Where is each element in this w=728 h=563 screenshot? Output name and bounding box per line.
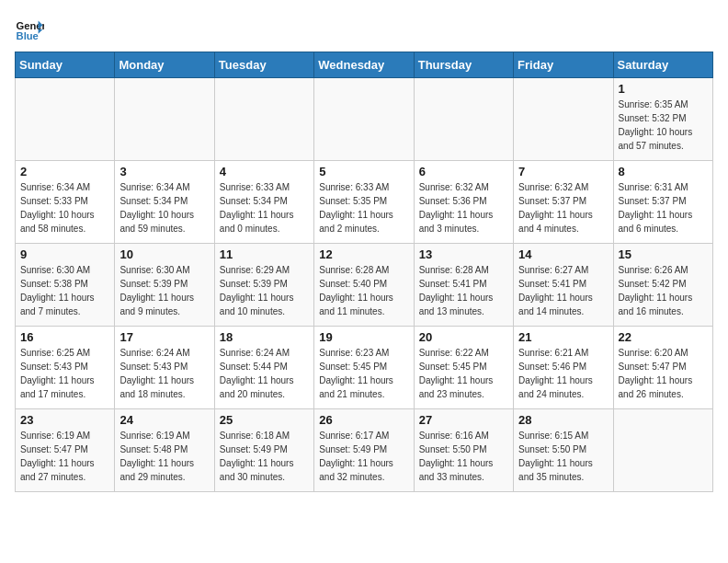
day-info: Sunrise: 6:16 AM Sunset: 5:50 PM Dayligh…: [419, 429, 508, 484]
day-number: 13: [419, 247, 508, 261]
day-number: 23: [20, 413, 109, 427]
calendar-cell: 25Sunrise: 6:18 AM Sunset: 5:49 PM Dayli…: [214, 409, 313, 492]
calendar-cell: [115, 78, 214, 161]
calendar-cell: 24Sunrise: 6:19 AM Sunset: 5:48 PM Dayli…: [115, 409, 214, 492]
day-number: 26: [319, 413, 408, 427]
calendar-cell: 11Sunrise: 6:29 AM Sunset: 5:39 PM Dayli…: [214, 244, 313, 327]
calendar-cell: 4Sunrise: 6:33 AM Sunset: 5:34 PM Daylig…: [214, 161, 313, 244]
day-info: Sunrise: 6:34 AM Sunset: 5:33 PM Dayligh…: [20, 180, 109, 236]
calendar-week-row: 16Sunrise: 6:25 AM Sunset: 5:43 PM Dayli…: [16, 327, 713, 409]
day-number: 18: [220, 330, 309, 344]
day-info: Sunrise: 6:22 AM Sunset: 5:45 PM Dayligh…: [419, 346, 508, 401]
day-number: 11: [220, 247, 309, 261]
day-number: 16: [20, 330, 109, 344]
calendar-cell: 18Sunrise: 6:24 AM Sunset: 5:44 PM Dayli…: [214, 327, 313, 409]
calendar-day-header: Thursday: [414, 52, 513, 78]
calendar-cell: 1Sunrise: 6:35 AM Sunset: 5:32 PM Daylig…: [613, 78, 712, 161]
day-info: Sunrise: 6:17 AM Sunset: 5:49 PM Dayligh…: [319, 429, 408, 484]
calendar-cell: 28Sunrise: 6:15 AM Sunset: 5:50 PM Dayli…: [514, 409, 613, 492]
calendar-cell: 3Sunrise: 6:34 AM Sunset: 5:34 PM Daylig…: [115, 161, 214, 244]
calendar-header: SundayMondayTuesdayWednesdayThursdayFrid…: [16, 52, 713, 78]
day-number: 9: [20, 247, 109, 261]
day-number: 15: [619, 247, 708, 261]
day-info: Sunrise: 6:33 AM Sunset: 5:34 PM Dayligh…: [220, 180, 309, 236]
day-info: Sunrise: 6:32 AM Sunset: 5:36 PM Dayligh…: [419, 180, 508, 236]
calendar-week-row: 1Sunrise: 6:35 AM Sunset: 5:32 PM Daylig…: [16, 78, 713, 161]
calendar-day-header: Tuesday: [214, 52, 313, 78]
calendar-cell: [613, 409, 712, 492]
day-number: 20: [419, 330, 508, 344]
day-info: Sunrise: 6:29 AM Sunset: 5:39 PM Dayligh…: [220, 263, 309, 318]
day-number: 14: [518, 247, 608, 261]
calendar-day-header: Monday: [115, 52, 214, 78]
day-info: Sunrise: 6:33 AM Sunset: 5:35 PM Dayligh…: [319, 180, 408, 236]
day-info: Sunrise: 6:27 AM Sunset: 5:41 PM Dayligh…: [518, 263, 608, 318]
day-number: 2: [20, 165, 109, 178]
day-info: Sunrise: 6:19 AM Sunset: 5:47 PM Dayligh…: [20, 429, 109, 484]
calendar-cell: 21Sunrise: 6:21 AM Sunset: 5:46 PM Dayli…: [514, 327, 613, 409]
calendar-cell: [214, 78, 313, 161]
calendar-cell: 22Sunrise: 6:20 AM Sunset: 5:47 PM Dayli…: [613, 327, 712, 409]
calendar-cell: 27Sunrise: 6:16 AM Sunset: 5:50 PM Dayli…: [414, 409, 513, 492]
calendar-cell: 12Sunrise: 6:28 AM Sunset: 5:40 PM Dayli…: [314, 244, 414, 327]
day-number: 10: [119, 247, 209, 261]
calendar-cell: 7Sunrise: 6:32 AM Sunset: 5:37 PM Daylig…: [514, 161, 613, 244]
day-info: Sunrise: 6:23 AM Sunset: 5:45 PM Dayligh…: [319, 346, 408, 401]
day-number: 5: [319, 165, 408, 178]
day-info: Sunrise: 6:24 AM Sunset: 5:43 PM Dayligh…: [119, 346, 209, 401]
day-info: Sunrise: 6:20 AM Sunset: 5:47 PM Dayligh…: [619, 346, 708, 401]
day-number: 1: [619, 82, 708, 96]
calendar-cell: [414, 78, 513, 161]
svg-text:Blue: Blue: [17, 30, 39, 41]
calendar-cell: 16Sunrise: 6:25 AM Sunset: 5:43 PM Dayli…: [16, 327, 115, 409]
calendar-cell: 14Sunrise: 6:27 AM Sunset: 5:41 PM Dayli…: [514, 244, 613, 327]
day-info: Sunrise: 6:26 AM Sunset: 5:42 PM Dayligh…: [619, 263, 708, 318]
calendar-day-header: Saturday: [613, 52, 712, 78]
day-number: 19: [319, 330, 408, 344]
calendar-cell: 20Sunrise: 6:22 AM Sunset: 5:45 PM Dayli…: [414, 327, 513, 409]
calendar-cell: [514, 78, 613, 161]
day-number: 8: [619, 165, 708, 178]
day-info: Sunrise: 6:28 AM Sunset: 5:41 PM Dayligh…: [419, 263, 508, 318]
day-number: 6: [419, 165, 508, 178]
day-info: Sunrise: 6:21 AM Sunset: 5:46 PM Dayligh…: [518, 346, 608, 401]
calendar-cell: 6Sunrise: 6:32 AM Sunset: 5:36 PM Daylig…: [414, 161, 513, 244]
calendar-week-row: 23Sunrise: 6:19 AM Sunset: 5:47 PM Dayli…: [16, 409, 713, 492]
day-info: Sunrise: 6:28 AM Sunset: 5:40 PM Dayligh…: [319, 263, 408, 318]
day-number: 27: [419, 413, 508, 427]
day-info: Sunrise: 6:35 AM Sunset: 5:32 PM Dayligh…: [619, 98, 708, 153]
day-info: Sunrise: 6:15 AM Sunset: 5:50 PM Dayligh…: [518, 429, 608, 484]
calendar-cell: 15Sunrise: 6:26 AM Sunset: 5:42 PM Dayli…: [613, 244, 712, 327]
logo-icon: General Blue: [15, 15, 44, 44]
calendar-cell: [16, 78, 115, 161]
calendar-cell: 9Sunrise: 6:30 AM Sunset: 5:38 PM Daylig…: [16, 244, 115, 327]
day-number: 24: [119, 413, 209, 427]
day-info: Sunrise: 6:30 AM Sunset: 5:39 PM Dayligh…: [119, 263, 209, 318]
day-number: 28: [518, 413, 608, 427]
calendar-week-row: 2Sunrise: 6:34 AM Sunset: 5:33 PM Daylig…: [16, 161, 713, 244]
calendar-cell: 8Sunrise: 6:31 AM Sunset: 5:37 PM Daylig…: [613, 161, 712, 244]
day-number: 25: [220, 413, 309, 427]
calendar-cell: 23Sunrise: 6:19 AM Sunset: 5:47 PM Dayli…: [16, 409, 115, 492]
day-number: 12: [319, 247, 408, 261]
calendar-day-header: Friday: [514, 52, 613, 78]
day-info: Sunrise: 6:31 AM Sunset: 5:37 PM Dayligh…: [619, 180, 708, 236]
calendar-cell: 10Sunrise: 6:30 AM Sunset: 5:39 PM Dayli…: [115, 244, 214, 327]
calendar-cell: 19Sunrise: 6:23 AM Sunset: 5:45 PM Dayli…: [314, 327, 414, 409]
day-number: 22: [619, 330, 708, 344]
day-info: Sunrise: 6:32 AM Sunset: 5:37 PM Dayligh…: [518, 180, 608, 236]
calendar-cell: 2Sunrise: 6:34 AM Sunset: 5:33 PM Daylig…: [16, 161, 115, 244]
calendar-table: SundayMondayTuesdayWednesdayThursdayFrid…: [15, 52, 713, 492]
page-header: General Blue: [15, 15, 713, 44]
calendar-cell: 5Sunrise: 6:33 AM Sunset: 5:35 PM Daylig…: [314, 161, 414, 244]
calendar-week-row: 9Sunrise: 6:30 AM Sunset: 5:38 PM Daylig…: [16, 244, 713, 327]
day-info: Sunrise: 6:24 AM Sunset: 5:44 PM Dayligh…: [220, 346, 309, 401]
day-number: 7: [518, 165, 608, 178]
day-info: Sunrise: 6:18 AM Sunset: 5:49 PM Dayligh…: [220, 429, 309, 484]
day-number: 17: [119, 330, 209, 344]
calendar-day-header: Sunday: [16, 52, 115, 78]
day-number: 4: [220, 165, 309, 178]
logo: General Blue: [15, 15, 48, 44]
calendar-cell: 13Sunrise: 6:28 AM Sunset: 5:41 PM Dayli…: [414, 244, 513, 327]
day-number: 21: [518, 330, 608, 344]
